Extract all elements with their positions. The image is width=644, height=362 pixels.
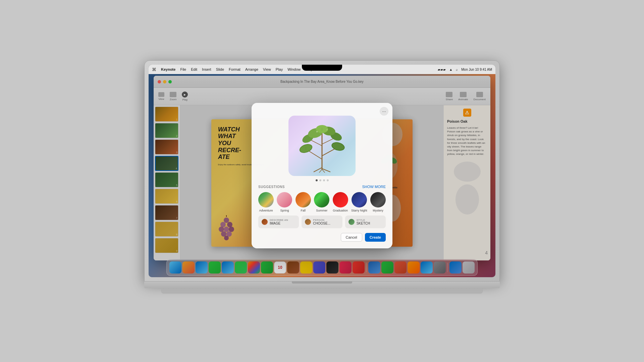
dialog-header: ··· xyxy=(252,103,392,116)
wifi-icon: ▲ xyxy=(449,68,452,71)
suggestion-graduation[interactable]: Graduation xyxy=(333,192,348,212)
starry-night-label: Starry Night xyxy=(351,209,367,212)
dot-4[interactable] xyxy=(327,179,329,181)
image-generation-dialog: ··· xyxy=(252,103,392,248)
describe-sublabel: DESCRIBE AN xyxy=(270,219,288,222)
svg-line-22 xyxy=(310,140,322,146)
fall-label: Fall xyxy=(301,209,306,212)
svg-point-36 xyxy=(327,129,328,130)
show-more-button[interactable]: SHOW MORE xyxy=(362,185,386,189)
describe-value: IMAGE xyxy=(270,222,288,225)
macbook-base xyxy=(144,282,500,288)
suggestion-adventure[interactable]: Adventure xyxy=(258,192,274,212)
describe-content: DESCRIBE AN IMAGE xyxy=(270,219,288,225)
mystery-label: Mystery xyxy=(373,209,383,212)
dialog-inputs: DESCRIBE AN IMAGE PERSON CHOOSE... xyxy=(252,212,392,228)
fall-icon xyxy=(296,192,311,207)
adventure-label: Adventure xyxy=(259,209,273,212)
datetime: Mon Jun 10 9:41 AM xyxy=(461,68,492,71)
search-icon[interactable]: ⌕ xyxy=(456,68,458,71)
menu-window[interactable]: Window xyxy=(287,67,301,71)
svg-line-18 xyxy=(319,169,322,173)
notch xyxy=(302,65,342,71)
style-content: STYLE SKETCH xyxy=(357,219,370,225)
svg-line-21 xyxy=(322,148,335,156)
app-name-menu[interactable]: Keynote xyxy=(161,67,175,71)
battery-icon: ▰▰▰ xyxy=(438,68,446,71)
summer-icon xyxy=(314,192,329,207)
graduation-icon xyxy=(333,192,348,207)
screen: ⌘ Keynote File Edit Insert Slide Format … xyxy=(149,65,495,277)
style-sublabel: STYLE xyxy=(357,219,370,222)
apple-logo-icon[interactable]: ⌘ xyxy=(152,67,156,72)
dot-1[interactable] xyxy=(316,179,318,181)
suggestions-grid: Adventure Spring Fall xyxy=(258,192,386,212)
mystery-icon xyxy=(370,192,386,207)
macbook: ⌘ Keynote File Edit Insert Slide Format … xyxy=(144,60,500,302)
adventure-icon xyxy=(258,192,274,207)
suggestion-starry-night[interactable]: Starry Night xyxy=(351,192,367,212)
generated-image xyxy=(288,116,356,176)
svg-line-16 xyxy=(314,168,322,172)
suggestion-spring[interactable]: Spring xyxy=(277,192,292,212)
suggestion-summer[interactable]: Summer xyxy=(314,192,329,212)
suggestions-section: SUGGESTIONS SHOW MORE Adventure xyxy=(252,185,392,212)
menu-file[interactable]: File xyxy=(180,67,186,71)
screen-bezel: ⌘ Keynote File Edit Insert Slide Format … xyxy=(149,65,495,277)
person-sublabel: PERSON xyxy=(313,219,330,222)
spring-label: Spring xyxy=(280,209,289,212)
suggestion-fall[interactable]: Fall xyxy=(296,192,311,212)
dot-3[interactable] xyxy=(323,179,325,181)
spring-icon xyxy=(277,192,292,207)
summer-label: Summer xyxy=(316,209,327,212)
cancel-button[interactable]: Cancel xyxy=(341,233,362,242)
describe-icon xyxy=(262,219,268,225)
svg-line-20 xyxy=(309,151,322,159)
menu-slide[interactable]: Slide xyxy=(216,67,224,71)
menu-play[interactable]: Play xyxy=(276,67,283,71)
style-field[interactable]: STYLE SKETCH xyxy=(345,216,386,228)
person-icon xyxy=(305,219,311,225)
dialog-pagination xyxy=(316,179,329,181)
dialog-image-area xyxy=(252,116,392,185)
svg-line-17 xyxy=(322,169,330,172)
plant-illustration xyxy=(299,119,345,173)
create-button[interactable]: Create xyxy=(365,233,386,242)
person-value: CHOOSE... xyxy=(313,222,330,225)
dot-2[interactable] xyxy=(319,179,321,181)
suggestions-header: SUGGESTIONS SHOW MORE xyxy=(258,185,386,189)
macbook-lid: ⌘ Keynote File Edit Insert Slide Format … xyxy=(144,60,500,282)
menu-format[interactable]: Format xyxy=(229,67,240,71)
desktop: Backpacking In The Bay Area_Know Before … xyxy=(149,74,495,277)
describe-image-field[interactable]: DESCRIBE AN IMAGE xyxy=(258,216,299,228)
menu-view[interactable]: View xyxy=(263,67,271,71)
more-options-button[interactable]: ··· xyxy=(380,107,388,116)
menubar-right: ▰▰▰ ▲ ⌕ Mon Jun 10 9:41 AM xyxy=(438,68,492,71)
person-field[interactable]: PERSON CHOOSE... xyxy=(302,216,342,228)
style-icon xyxy=(348,219,355,225)
dialog-buttons: Cancel Create xyxy=(252,228,392,242)
macbook-hinge xyxy=(292,282,352,284)
ellipsis-icon: ··· xyxy=(382,109,386,114)
macbook-bottom xyxy=(161,288,483,294)
suggestion-mystery[interactable]: Mystery xyxy=(370,192,386,212)
dialog-overlay: ··· xyxy=(149,74,495,277)
svg-line-23 xyxy=(322,138,334,144)
menu-edit[interactable]: Edit xyxy=(191,67,197,71)
menu-arrange[interactable]: Arrange xyxy=(245,67,258,71)
menubar-left: ⌘ Keynote File Edit Insert Slide Format … xyxy=(152,67,313,72)
menu-insert[interactable]: Insert xyxy=(202,67,211,71)
svg-point-35 xyxy=(316,131,318,132)
starry-night-icon xyxy=(352,192,367,207)
style-value: SKETCH xyxy=(357,222,370,225)
person-content: PERSON CHOOSE... xyxy=(313,219,330,225)
graduation-label: Graduation xyxy=(333,209,348,212)
suggestions-label: SUGGESTIONS xyxy=(258,185,285,189)
